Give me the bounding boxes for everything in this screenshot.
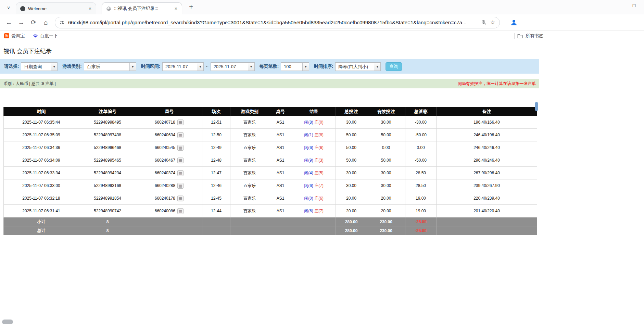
replay-card-icon[interactable]: ▦ bbox=[177, 158, 184, 163]
cell-bet-id: 522948997438 bbox=[79, 129, 136, 141]
cell-result: 闲(0) 庄(6) bbox=[292, 192, 336, 205]
replay-card-icon[interactable]: ▦ bbox=[177, 120, 184, 125]
reload-button[interactable]: ⟳ bbox=[27, 16, 40, 29]
result-banker: 庄(7) bbox=[314, 183, 324, 188]
result-player: 闲(1) bbox=[304, 133, 313, 137]
column-header: 备注 bbox=[437, 107, 537, 116]
cell-payout: 28.50 bbox=[405, 167, 437, 179]
cell-valid-bet: 20.00 bbox=[367, 205, 405, 217]
tab-title: :::视讯 会员下注纪录::: bbox=[114, 5, 170, 12]
chevron-down-icon[interactable]: ▾ bbox=[129, 63, 136, 71]
cell-payout: 28.50 bbox=[405, 179, 437, 192]
tab-betrecord[interactable]: :::视讯 会员下注纪录::: × bbox=[102, 2, 182, 14]
zoom-icon[interactable] bbox=[481, 20, 487, 25]
filter-label-game: 游戏类别: bbox=[62, 63, 81, 70]
tab-search-button[interactable]: ∨ bbox=[4, 3, 13, 12]
cell-session: 12-45 bbox=[202, 192, 230, 205]
close-icon[interactable]: × bbox=[87, 5, 93, 12]
bookmark-baidu[interactable]: 百度一下 bbox=[33, 33, 58, 39]
chevron-down-icon[interactable]: ▾ bbox=[51, 63, 57, 71]
search-button[interactable]: 查询 bbox=[386, 62, 402, 71]
cell-total-bet: 50.00 bbox=[336, 129, 367, 141]
summary-note: 同局有效投注，统一计算在该局第一张注单 bbox=[458, 81, 536, 87]
replay-card-icon[interactable]: ▦ bbox=[177, 145, 184, 151]
chevron-down-icon[interactable]: ▾ bbox=[197, 63, 203, 71]
cell-round: 660240374▦ bbox=[136, 167, 202, 179]
cell-time: 2025-11-07 06:34:09 bbox=[4, 154, 79, 167]
empty-cell bbox=[136, 217, 202, 226]
cell-bet-id: 522948993169 bbox=[79, 179, 136, 192]
replay-card-icon[interactable]: ▦ bbox=[177, 170, 184, 176]
cell-session: 12-44 bbox=[202, 205, 230, 217]
column-header: 时间 bbox=[4, 107, 79, 116]
replay-card-icon[interactable]: ▦ bbox=[177, 208, 184, 214]
empty-cell bbox=[136, 226, 202, 235]
summary-currency-count: 币别：人民币 | 总共 :8 注单 | bbox=[3, 81, 56, 87]
column-header: 局号 bbox=[136, 107, 202, 116]
column-header: 桌号 bbox=[269, 107, 292, 116]
all-bookmarks[interactable]: 所有书签 bbox=[514, 31, 543, 41]
cell-remark: 296.40/246.40 bbox=[437, 154, 537, 167]
cell-remark: 246.40/196.40 bbox=[437, 129, 537, 141]
maximize-button[interactable]: □ bbox=[630, 3, 638, 8]
replay-card-icon[interactable]: ▦ bbox=[177, 196, 184, 201]
filter-label-range: 时间区间: bbox=[141, 63, 160, 70]
folder-icon bbox=[517, 34, 523, 38]
tab-welcome[interactable]: Welcome × bbox=[16, 2, 96, 14]
chevron-down-icon[interactable]: ▾ bbox=[302, 63, 309, 71]
result-player: 闲(4) bbox=[304, 171, 313, 175]
replay-card-icon[interactable]: ▦ bbox=[177, 132, 184, 138]
cell-result: 闲(4) 庄(5) bbox=[292, 167, 336, 179]
cell-remark: 220.40/239.40 bbox=[437, 192, 537, 205]
result-banker: 庄(0) bbox=[314, 120, 324, 125]
cell-time: 2025-11-07 06:33:00 bbox=[4, 179, 79, 192]
cell-payout: -50.00 bbox=[405, 129, 437, 141]
chevron-down-icon[interactable]: ▾ bbox=[374, 63, 380, 71]
cell-game: 百家乐 bbox=[230, 116, 269, 129]
cell-valid-bet: 30.00 bbox=[367, 179, 405, 192]
cell-valid-bet: 30.00 bbox=[367, 116, 405, 129]
close-icon[interactable]: × bbox=[173, 5, 179, 12]
time-sort-select[interactable]: 降幂(由大到小) ▾ bbox=[335, 62, 381, 71]
minimize-button[interactable]: — bbox=[613, 3, 620, 8]
filter-label-sort: 时间排序: bbox=[314, 63, 333, 70]
selected-value: 百家乐 bbox=[84, 63, 129, 71]
table-row: 2025-11-07 06:33:34 522948994234 6602403… bbox=[4, 167, 537, 179]
tab-strip: ∨ Welcome × :::视讯 会员下注纪录::: × + — □ bbox=[0, 0, 644, 14]
bookmark-star-icon[interactable]: ☆ bbox=[490, 19, 495, 26]
back-button[interactable]: ← bbox=[3, 16, 15, 29]
per-page-select[interactable]: 100 ▾ bbox=[281, 62, 309, 71]
cell-table: AS1 bbox=[269, 205, 292, 217]
date-from-select[interactable]: 2025-11-07 ▾ bbox=[162, 62, 204, 71]
column-header: 结果 bbox=[292, 107, 336, 116]
cell-bet-id: 522948995465 bbox=[79, 154, 136, 167]
cell-valid-bet: 0.00 bbox=[367, 141, 405, 154]
chevron-down-icon[interactable]: ▾ bbox=[248, 63, 254, 71]
cell-valid-bet: 20.00 bbox=[367, 192, 405, 205]
game-type-select[interactable]: 百家乐 ▾ bbox=[84, 62, 136, 71]
subtotal-label: 小计 bbox=[4, 217, 79, 226]
forward-button[interactable]: → bbox=[15, 16, 27, 29]
profile-avatar[interactable] bbox=[509, 17, 519, 28]
round-number: 660240718 bbox=[155, 120, 175, 124]
result-banker: 庄(8) bbox=[314, 133, 324, 137]
scrollbar-thumb[interactable] bbox=[535, 102, 538, 111]
home-button[interactable]: ⌂ bbox=[40, 16, 52, 29]
subtotal-count: 8 bbox=[79, 217, 136, 226]
filter-label-select: 请选择: bbox=[4, 63, 19, 70]
empty-cell bbox=[292, 217, 336, 226]
cell-bet-id: 522948994234 bbox=[79, 167, 136, 179]
url-bar[interactable]: 66cxkj98.com/ipl/portal.php/game/betreco… bbox=[55, 17, 500, 28]
cell-session: 12-48 bbox=[202, 154, 230, 167]
query-type-select[interactable]: 日期查询 ▾ bbox=[21, 62, 58, 71]
new-tab-button[interactable]: + bbox=[187, 3, 195, 11]
result-player: 闲(0) bbox=[304, 196, 313, 201]
cell-round: 660240718▦ bbox=[136, 116, 202, 129]
replay-card-icon[interactable]: ▦ bbox=[177, 183, 184, 189]
cell-game: 百家乐 bbox=[230, 129, 269, 141]
cell-total-bet: 20.00 bbox=[336, 192, 367, 205]
date-to-select[interactable]: 2025-11-07 ▾ bbox=[211, 62, 255, 71]
empty-cell bbox=[269, 226, 292, 235]
bookmark-taobao[interactable]: 淘 爱淘宝 bbox=[4, 33, 25, 39]
subtotal-row: 小计 8 280.00 230.00 -35.00 bbox=[4, 217, 537, 226]
